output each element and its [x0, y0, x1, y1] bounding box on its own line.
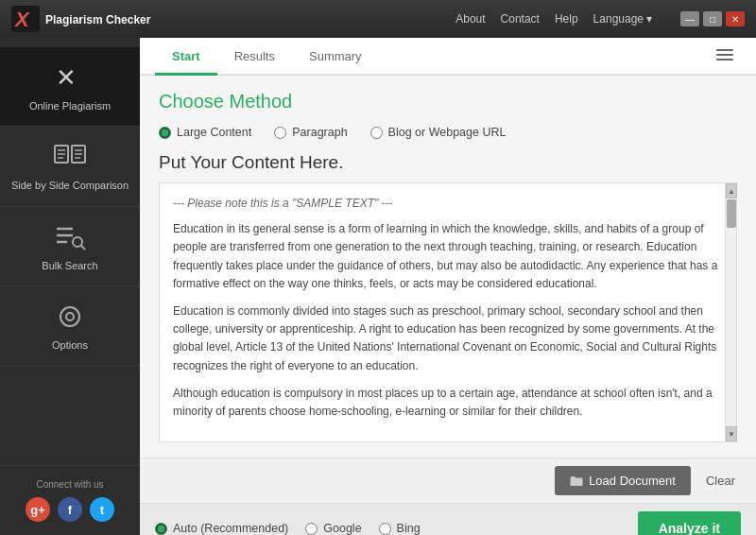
svg-point-16 [60, 307, 79, 326]
scrollbar-up-button[interactable]: ▲ [726, 183, 737, 198]
svg-point-17 [66, 313, 74, 320]
google-plus-icon[interactable]: g+ [26, 497, 50, 522]
folder-icon [570, 475, 583, 488]
sidebar-item-bulk-search-label: Bulk Search [42, 259, 97, 272]
social-icons: g+ f t [8, 497, 132, 522]
scrollbar-down-button[interactable]: ▼ [726, 426, 737, 441]
side-by-side-icon [53, 140, 87, 174]
bulk-search-icon [53, 220, 87, 254]
sidebar-item-online-plagiarism-label: Online Plagiarism [29, 99, 111, 112]
clear-button[interactable]: Clear [700, 466, 741, 495]
method-paragraph[interactable]: Paragraph [274, 126, 347, 139]
topbar-nav: About Contact Help Language ▾ — □ ✕ [455, 11, 745, 26]
search-google[interactable]: Google [305, 522, 361, 535]
svg-point-14 [73, 237, 82, 247]
scrollbar-track[interactable]: ▲ ▼ [725, 183, 736, 441]
search-bing-radio[interactable] [379, 523, 391, 535]
method-blog-url-radio[interactable] [370, 127, 383, 139]
section-title: Choose Method [159, 91, 737, 112]
text-container[interactable]: --- Please note this is a "SAMPLE TEXT" … [159, 182, 737, 442]
svg-line-15 [81, 246, 85, 250]
topbar: X Plagiarism Checker About Contact Help … [0, 0, 756, 38]
search-google-radio[interactable] [305, 523, 318, 535]
load-document-button[interactable]: Load Document [555, 466, 691, 495]
online-plagiarism-icon: ✕ [53, 60, 87, 95]
contact-link[interactable]: Contact [501, 12, 540, 26]
content-area: Start Results Summary Choose Method Larg… [140, 38, 756, 535]
sidebar-item-online-plagiarism[interactable]: ✕ Online Plagiarism [0, 47, 140, 127]
facebook-icon[interactable]: f [58, 497, 82, 522]
window-controls: — □ ✕ [680, 11, 745, 26]
paragraph-3: Although education is compulsory in most… [173, 385, 723, 421]
minimize-button[interactable]: — [680, 11, 699, 26]
tab-summary[interactable]: Summary [292, 38, 379, 76]
chevron-down-icon: ▾ [646, 12, 652, 26]
options-icon [53, 300, 87, 334]
textarea-label: Put Your Content Here. [159, 152, 737, 173]
help-link[interactable]: Help [555, 12, 578, 26]
language-button[interactable]: Language ▾ [593, 12, 652, 26]
tab-start[interactable]: Start [155, 38, 217, 76]
svg-text:✕: ✕ [56, 63, 77, 92]
hamburger-line-1 [716, 49, 733, 51]
main-layout: ✕ Online Plagiarism Side by Side Compari… [0, 38, 756, 535]
tab-results[interactable]: Results [217, 38, 292, 76]
analyze-button[interactable]: Analyze it [638, 511, 741, 535]
method-paragraph-radio[interactable] [274, 127, 286, 139]
close-button[interactable]: ✕ [726, 11, 745, 26]
sidebar-item-bulk-search[interactable]: Bulk Search [0, 207, 140, 286]
sidebar-item-options-label: Options [52, 338, 88, 352]
hamburger-menu[interactable] [709, 42, 741, 68]
paragraph-1: Education in its general sense is a form… [173, 220, 723, 293]
connect-label: Connect with us [8, 479, 132, 490]
bottom-toolbar: Load Document Clear [140, 457, 756, 503]
maximize-button[interactable]: □ [703, 11, 722, 26]
paragraph-2: Education is commonly divided into stage… [173, 302, 723, 375]
bottom-bar: Auto (Recommended) Google Bing Analyze i… [140, 503, 756, 535]
svg-text:X: X [13, 8, 30, 31]
sidebar-item-options[interactable]: Options [0, 286, 140, 366]
sidebar-bottom: Connect with us g+ f t [0, 465, 140, 535]
sample-note: --- Please note this is a "SAMPLE TEXT" … [173, 195, 723, 213]
hamburger-line-3 [716, 59, 733, 60]
scrollbar-thumb[interactable] [727, 199, 736, 228]
method-blog-url[interactable]: Blog or Webpage URL [370, 126, 507, 139]
search-auto-radio[interactable] [155, 523, 167, 535]
hamburger-line-2 [716, 54, 733, 56]
method-select: Large Content Paragraph Blog or Webpage … [159, 126, 737, 139]
inner-content: Choose Method Large Content Paragraph Bl… [140, 76, 756, 457]
text-content[interactable]: --- Please note this is a "SAMPLE TEXT" … [160, 183, 736, 441]
twitter-icon[interactable]: t [90, 497, 114, 522]
about-link[interactable]: About [455, 12, 485, 26]
sidebar: ✕ Online Plagiarism Side by Side Compari… [0, 38, 140, 535]
logo: X Plagiarism Checker [11, 6, 150, 32]
sidebar-item-side-by-side[interactable]: Side by Side Comparison [0, 127, 140, 206]
sidebar-item-side-by-side-label: Side by Side Comparison [11, 179, 129, 192]
logo-text: Plagiarism Checker [45, 10, 150, 27]
method-large-content-radio[interactable] [159, 127, 171, 139]
logo-icon: X [11, 6, 40, 32]
search-bing[interactable]: Bing [379, 522, 421, 535]
tab-bar: Start Results Summary [140, 38, 756, 76]
search-auto[interactable]: Auto (Recommended) [155, 522, 288, 535]
method-large-content[interactable]: Large Content [159, 126, 251, 139]
